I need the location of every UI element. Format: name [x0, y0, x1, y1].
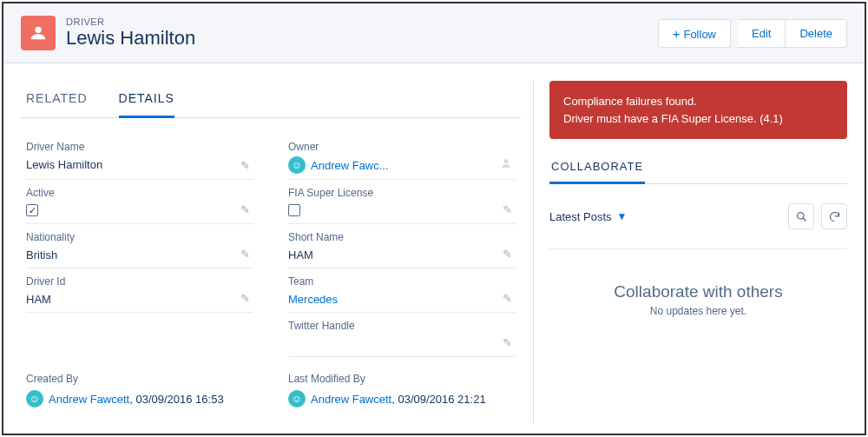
field-value: Lewis Hamilton [26, 156, 253, 172]
created-by-date: 03/09/2016 16:53 [135, 393, 223, 406]
object-kind-label: DRIVER [66, 17, 195, 27]
field-value: HAM [26, 291, 253, 307]
user-avatar-icon: ☺ [288, 390, 306, 407]
tab-collaborate[interactable]: COLLABORATE [549, 151, 645, 184]
svg-point-1 [504, 159, 509, 163]
modified-by-date: 03/09/2016 21:21 [398, 393, 485, 406]
field-value[interactable]: ☺ Andrew Fawc... [288, 156, 516, 174]
field-twitter-handle: Twitter Handle ✎ [288, 313, 516, 357]
refresh-feed-button[interactable] [821, 203, 847, 229]
latest-posts-dropdown[interactable]: Latest Posts ▼ [549, 210, 627, 223]
edit-pencil-icon[interactable]: ✎ [503, 203, 512, 216]
field-value: HAM [288, 247, 516, 262]
field-created-by: Created By ☺ Andrew Fawcett, 03/09/2016 … [26, 373, 253, 407]
follow-button[interactable]: Follow [658, 19, 731, 48]
tab-related[interactable]: RELATED [26, 81, 88, 117]
edit-pencil-icon[interactable]: ✎ [240, 248, 250, 261]
record-header: DRIVER Lewis Hamilton Follow Edit Delete [3, 3, 865, 63]
page-title: Lewis Hamilton [66, 27, 195, 50]
edit-pencil-icon[interactable]: ✎ [503, 292, 512, 305]
field-label: Short Name [288, 231, 516, 243]
field-label: Driver Id [26, 275, 253, 288]
field-label: Driver Name [26, 141, 253, 153]
field-label: Twitter Handle [288, 320, 516, 332]
field-label: Created By [26, 373, 253, 385]
field-label: Last Modified By [288, 373, 516, 385]
modified-by-link[interactable]: Andrew Fawcett [311, 393, 391, 406]
field-last-modified-by: Last Modified By ☺ Andrew Fawcett, 03/09… [288, 373, 516, 407]
delete-button[interactable]: Delete [786, 19, 847, 48]
field-nationality: Nationality British ✎ [26, 224, 253, 268]
collaborate-empty-state: Collaborate with others No updates here … [549, 249, 847, 350]
field-label: Active [26, 187, 253, 199]
created-by-link[interactable]: Andrew Fawcett [49, 393, 129, 406]
field-active: Active ✓ ✎ [26, 180, 253, 224]
active-checkbox: ✓ [26, 204, 38, 216]
empty-subtitle: No updates here yet. [549, 305, 847, 317]
chevron-down-icon: ▼ [617, 210, 628, 222]
header-actions: Follow Edit Delete [658, 19, 847, 48]
field-owner: Owner ☺ Andrew Fawc... [288, 134, 516, 180]
field-value [288, 335, 516, 351]
team-link[interactable]: Mercedes [288, 293, 338, 306]
field-team: Team Mercedes ✎ [288, 268, 516, 313]
field-label: FIA Super License [288, 187, 516, 199]
field-label: Nationality [26, 231, 253, 243]
field-fia-super-license: FIA Super License ✎ [288, 180, 516, 224]
field-label: Owner [288, 141, 516, 153]
empty-title: Collaborate with others [549, 282, 847, 301]
svg-line-3 [803, 218, 806, 221]
user-avatar-icon: ☺ [288, 156, 306, 174]
svg-point-2 [797, 212, 804, 219]
search-feed-button[interactable] [788, 203, 814, 229]
user-avatar-icon: ☺ [26, 390, 43, 407]
edit-pencil-icon[interactable]: ✎ [503, 336, 512, 349]
edit-pencil-icon[interactable]: ✎ [240, 203, 250, 216]
edit-button[interactable]: Edit [738, 19, 786, 48]
fia-checkbox [288, 204, 300, 216]
compliance-alert: Compliance failures found. Driver must h… [549, 81, 847, 139]
owner-link[interactable]: Andrew Fawc... [311, 159, 389, 172]
tab-details[interactable]: DETAILS [119, 81, 174, 118]
latest-posts-label: Latest Posts [549, 210, 612, 223]
collaborate-tabs: COLLABORATE [549, 151, 847, 184]
field-label: Team [288, 275, 516, 288]
alert-line-1: Compliance failures found. [563, 93, 833, 110]
field-driver-id: Driver Id HAM ✎ [26, 268, 253, 313]
change-owner-icon[interactable] [500, 157, 512, 172]
edit-pencil-icon[interactable]: ✎ [503, 248, 512, 261]
alert-line-2: Driver must have a FIA Super License. (4… [563, 110, 833, 128]
driver-object-icon [21, 16, 56, 50]
field-driver-name: Driver Name Lewis Hamilton ✎ [26, 134, 253, 180]
edit-pencil-icon[interactable]: ✎ [240, 292, 250, 305]
svg-point-0 [35, 27, 41, 33]
field-value: British [26, 247, 253, 262]
field-short-name: Short Name HAM ✎ [288, 224, 516, 268]
edit-pencil-icon[interactable]: ✎ [240, 159, 250, 172]
record-tabs: RELATED DETAILS [21, 81, 521, 118]
